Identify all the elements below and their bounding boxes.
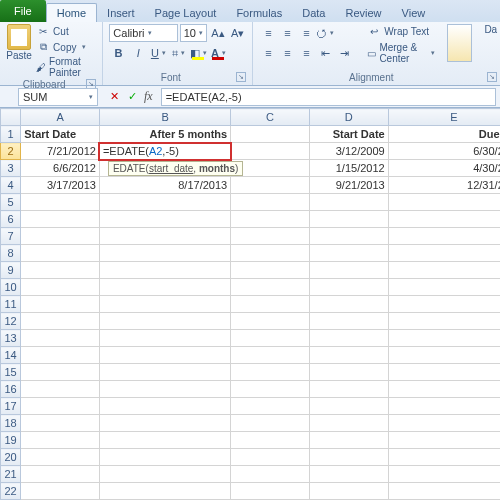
row-header-13[interactable]: 13 — [1, 330, 21, 347]
cell-C9[interactable] — [231, 262, 310, 279]
cell-E20[interactable] — [388, 449, 500, 466]
cell-A5[interactable] — [21, 194, 100, 211]
cell-B20[interactable] — [99, 449, 230, 466]
cell-C18[interactable] — [231, 415, 310, 432]
row-header-10[interactable]: 10 — [1, 279, 21, 296]
cell-C21[interactable] — [231, 466, 310, 483]
name-box[interactable]: SUM ▾ — [18, 88, 98, 106]
formula-bar-input[interactable]: =EDATE(A2,-5) — [161, 88, 496, 106]
cell-E21[interactable] — [388, 466, 500, 483]
bold-button[interactable]: B — [109, 44, 127, 62]
cell-B17[interactable] — [99, 398, 230, 415]
row-header-1[interactable]: 1 — [1, 126, 21, 143]
cell-B6[interactable] — [99, 211, 230, 228]
borders-button[interactable]: ⌗▾ — [169, 44, 187, 62]
cell-C11[interactable] — [231, 296, 310, 313]
cell-A18[interactable] — [21, 415, 100, 432]
cell-C2[interactable] — [231, 143, 310, 160]
cell-E3[interactable]: 4/30/201 — [388, 160, 500, 177]
cell-A3[interactable]: 6/6/2012 — [21, 160, 100, 177]
cell-C7[interactable] — [231, 228, 310, 245]
row-header-4[interactable]: 4 — [1, 177, 21, 194]
tab-view[interactable]: View — [392, 4, 436, 22]
cell-D4[interactable]: 9/21/2013 — [309, 177, 388, 194]
cell-D20[interactable] — [309, 449, 388, 466]
cell-A4[interactable]: 3/17/2013 — [21, 177, 100, 194]
cell-B4[interactable]: 8/17/2013 — [99, 177, 230, 194]
cell-D11[interactable] — [309, 296, 388, 313]
cell-E9[interactable] — [388, 262, 500, 279]
cell-C4[interactable] — [231, 177, 310, 194]
cell-E10[interactable] — [388, 279, 500, 296]
row-header-14[interactable]: 14 — [1, 347, 21, 364]
align-top-button[interactable]: ≡ — [259, 24, 277, 42]
cell-style-preview[interactable] — [447, 24, 473, 62]
cell-A2[interactable]: 7/21/2012 — [21, 143, 100, 160]
cell-D3[interactable]: 1/15/2012 — [309, 160, 388, 177]
cell-C12[interactable] — [231, 313, 310, 330]
cell-D12[interactable] — [309, 313, 388, 330]
row-header-9[interactable]: 9 — [1, 262, 21, 279]
cell-A17[interactable] — [21, 398, 100, 415]
cell-A6[interactable] — [21, 211, 100, 228]
cell-D9[interactable] — [309, 262, 388, 279]
select-all-corner[interactable] — [1, 109, 21, 126]
cell-D10[interactable] — [309, 279, 388, 296]
cell-D14[interactable] — [309, 347, 388, 364]
cell-A11[interactable] — [21, 296, 100, 313]
cell-D5[interactable] — [309, 194, 388, 211]
grow-font-button[interactable]: A▴ — [209, 24, 227, 42]
cell-B14[interactable] — [99, 347, 230, 364]
row-header-6[interactable]: 6 — [1, 211, 21, 228]
cell-A13[interactable] — [21, 330, 100, 347]
cell-B15[interactable] — [99, 364, 230, 381]
row-header-16[interactable]: 16 — [1, 381, 21, 398]
cancel-formula-button[interactable]: ✕ — [106, 89, 122, 105]
cell-D21[interactable] — [309, 466, 388, 483]
tab-formulas[interactable]: Formulas — [226, 4, 292, 22]
cell-B10[interactable] — [99, 279, 230, 296]
cell-A1[interactable]: Start Date — [21, 126, 100, 143]
cell-D8[interactable] — [309, 245, 388, 262]
row-header-11[interactable]: 11 — [1, 296, 21, 313]
cut-button[interactable]: ✂ Cut — [36, 24, 96, 38]
cell-B16[interactable] — [99, 381, 230, 398]
cell-B11[interactable] — [99, 296, 230, 313]
cell-D6[interactable] — [309, 211, 388, 228]
cell-B22[interactable] — [99, 483, 230, 500]
cell-C17[interactable] — [231, 398, 310, 415]
tab-home[interactable]: Home — [46, 3, 97, 22]
row-header-20[interactable]: 20 — [1, 449, 21, 466]
align-bottom-button[interactable]: ≡ — [297, 24, 315, 42]
format-painter-button[interactable]: 🖌 Format Painter — [36, 56, 96, 78]
cell-D2[interactable]: 3/12/2009 — [309, 143, 388, 160]
cell-C22[interactable] — [231, 483, 310, 500]
worksheet-grid[interactable]: A B C D E 1Start DateAfter 5 monthsStart… — [0, 108, 500, 500]
row-header-12[interactable]: 12 — [1, 313, 21, 330]
cell-D15[interactable] — [309, 364, 388, 381]
font-family-select[interactable]: Calibri▾ — [109, 24, 177, 42]
cell-A12[interactable] — [21, 313, 100, 330]
cell-E12[interactable] — [388, 313, 500, 330]
increase-indent-button[interactable]: ⇥ — [335, 44, 353, 62]
cell-E5[interactable] — [388, 194, 500, 211]
cell-E13[interactable] — [388, 330, 500, 347]
cell-B8[interactable] — [99, 245, 230, 262]
cell-C20[interactable] — [231, 449, 310, 466]
wrap-text-button[interactable]: ↩ Wrap Text — [367, 24, 435, 38]
cell-E4[interactable]: 12/31/201 — [388, 177, 500, 194]
cell-E16[interactable] — [388, 381, 500, 398]
row-header-8[interactable]: 8 — [1, 245, 21, 262]
cell-A14[interactable] — [21, 347, 100, 364]
row-header-18[interactable]: 18 — [1, 415, 21, 432]
row-header-2[interactable]: 2 — [1, 143, 21, 160]
tab-page-layout[interactable]: Page Layout — [145, 4, 227, 22]
cell-D18[interactable] — [309, 415, 388, 432]
cell-A20[interactable] — [21, 449, 100, 466]
row-header-15[interactable]: 15 — [1, 364, 21, 381]
col-header-B[interactable]: B — [99, 109, 230, 126]
cell-C10[interactable] — [231, 279, 310, 296]
cell-D22[interactable] — [309, 483, 388, 500]
row-header-21[interactable]: 21 — [1, 466, 21, 483]
cell-B7[interactable] — [99, 228, 230, 245]
